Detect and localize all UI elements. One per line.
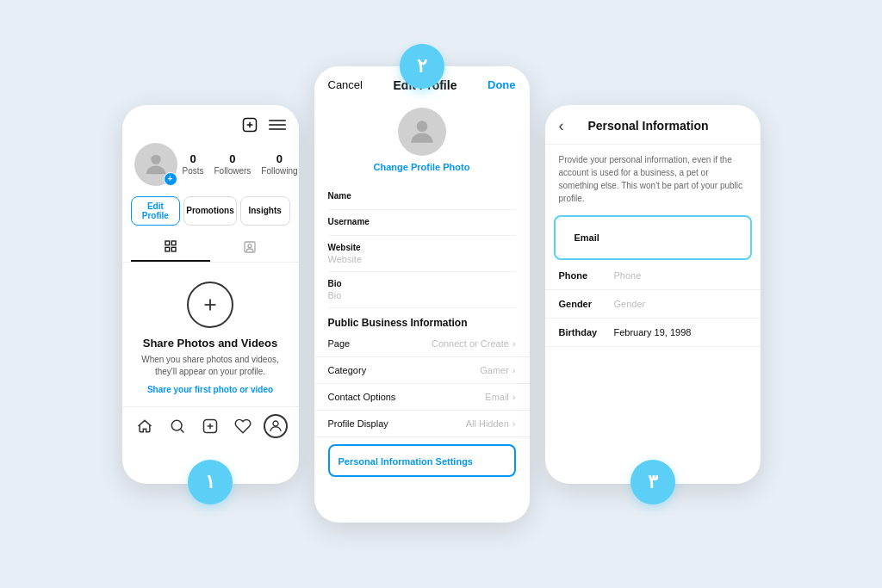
bio-field: Bio Bio <box>328 272 516 308</box>
name-field: Name <box>328 184 516 210</box>
following-stat: 0 Following <box>261 152 297 176</box>
add-media-button[interactable] <box>187 282 233 328</box>
step-2-bubble: ٢ <box>400 44 444 89</box>
s1-top-bar <box>122 105 299 139</box>
personal-info-settings-button[interactable]: Personal Information Settings <box>328 444 516 477</box>
contact-chevron-icon: › <box>512 392 516 402</box>
s1-profile-row: + 0 Posts 0 Followers 0 Following <box>122 139 299 195</box>
cancel-button[interactable]: Cancel <box>328 78 363 91</box>
svg-point-21 <box>416 121 427 132</box>
svg-rect-10 <box>171 247 176 251</box>
s1-nav-bar <box>122 406 299 447</box>
nav-profile[interactable] <box>264 414 288 438</box>
add-square-icon[interactable] <box>240 115 259 134</box>
tagged-tab[interactable] <box>210 232 290 262</box>
s2-avatar <box>398 108 446 156</box>
personal-info-desc: Provide your personal information, even … <box>545 145 761 215</box>
svg-rect-7 <box>165 241 170 245</box>
category-chevron-icon: › <box>512 365 516 375</box>
step-1-bubble: ١ <box>188 460 233 504</box>
svg-rect-5 <box>269 128 286 130</box>
nav-heart[interactable] <box>231 414 255 438</box>
personal-info-title: Personal Information <box>571 119 726 133</box>
s2-avatar-section: Change Profile Photo <box>314 101 530 184</box>
s2-form: Name Username Website Website Bio Bio <box>314 184 530 308</box>
svg-point-6 <box>151 154 160 164</box>
svg-rect-3 <box>269 120 286 121</box>
svg-rect-9 <box>165 247 170 251</box>
svg-point-15 <box>172 420 183 430</box>
public-business-section-title: Public Business Information <box>314 308 530 331</box>
grid-tab[interactable] <box>131 232 211 262</box>
add-avatar-badge[interactable]: + <box>164 172 177 186</box>
s1-stats: 0 Posts 0 Followers 0 Following <box>183 152 298 176</box>
posts-stat: 0 Posts <box>183 152 204 176</box>
username-field: Username <box>328 210 516 236</box>
display-chevron-icon: › <box>512 418 516 429</box>
nav-search[interactable] <box>165 414 189 438</box>
nav-home[interactable] <box>133 414 157 438</box>
screen3-card: ‹ Personal Information Provide your pers… <box>545 105 761 484</box>
category-row[interactable]: Category Gamer › <box>314 357 530 384</box>
s1-buttons-row: Edit Profile Promotions Insights <box>122 195 299 232</box>
gender-field-row[interactable]: Gender Gender <box>545 290 761 319</box>
svg-rect-4 <box>269 124 286 126</box>
contact-options-row[interactable]: Contact Options Email › <box>314 384 530 411</box>
profile-display-row[interactable]: Profile Display All Hidden › <box>314 411 530 437</box>
done-button[interactable]: Done <box>488 78 516 91</box>
back-button[interactable]: ‹ <box>559 117 564 135</box>
screen1-card: + 0 Posts 0 Followers 0 Following <box>122 105 299 484</box>
avatar-wrap: + <box>134 143 177 186</box>
s1-grid-tabs <box>122 232 299 263</box>
promotions-button[interactable]: Promotions <box>183 196 237 226</box>
menu-icon[interactable] <box>268 115 287 134</box>
screen2-card: Cancel Edit Profile Done Change Profile … <box>314 66 530 523</box>
svg-line-16 <box>181 429 184 432</box>
svg-rect-8 <box>171 241 176 245</box>
s3-header: ‹ Personal Information <box>545 105 761 145</box>
page-row[interactable]: Page Connect or Create › <box>314 331 530 357</box>
insights-button[interactable]: Insights <box>240 196 290 226</box>
birthday-field-row[interactable]: Birthday February 19, 1998 <box>545 319 761 347</box>
followers-stat: 0 Followers <box>214 152 252 176</box>
edit-profile-button[interactable]: Edit Profile <box>131 196 181 226</box>
change-photo-button[interactable]: Change Profile Photo <box>374 162 470 172</box>
website-field: Website Website <box>328 236 516 272</box>
svg-point-12 <box>248 244 252 247</box>
phone-field-row[interactable]: Phone Phone <box>545 262 761 290</box>
s1-empty-state: Share Photos and Videos When you share p… <box>122 263 299 406</box>
step-3-bubble: ٣ <box>630 460 675 504</box>
email-field-row[interactable]: Email <box>554 215 752 260</box>
nav-add[interactable] <box>198 414 222 438</box>
page-chevron-icon: › <box>512 338 516 349</box>
svg-point-20 <box>273 421 278 426</box>
